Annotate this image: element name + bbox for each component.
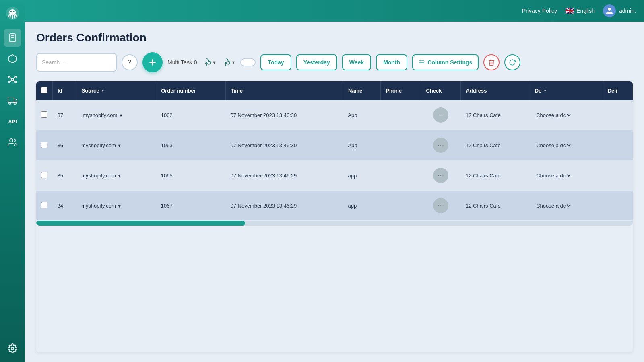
source-dropdown-icon[interactable]: ▼: [119, 113, 123, 118]
row-check: ···: [421, 160, 461, 191]
toolbar: ? Multi Task 0 ▼: [36, 52, 633, 72]
check-avatar: ···: [433, 198, 448, 213]
orders-table-container: Id Source ▼ Order number: [36, 81, 633, 352]
admin-menu[interactable]: admin:: [603, 4, 636, 17]
row-dc: Choose a dc DC1 DC2 DC3: [530, 130, 603, 160]
svg-point-21: [10, 139, 13, 142]
row-phone: [381, 130, 421, 160]
th-source[interactable]: Source ▼: [76, 81, 156, 100]
yesterday-filter-button[interactable]: Yesterday: [296, 54, 337, 70]
dc-select[interactable]: Choose a dc DC1 DC2 DC3: [535, 142, 572, 149]
help-button[interactable]: ?: [122, 54, 138, 70]
refresh-button[interactable]: [504, 54, 520, 70]
delete-button[interactable]: [483, 54, 500, 70]
add-order-button[interactable]: [142, 52, 163, 72]
privacy-policy-link[interactable]: Privacy Policy: [522, 8, 557, 14]
table-body: 37 .myshopify.com ▼ 1062 07 November 202…: [36, 100, 633, 221]
th-order-number: Order number: [156, 81, 226, 100]
row-order-number: 1065: [156, 160, 226, 191]
sidebar-item-integrations[interactable]: [4, 71, 21, 88]
check-dots: ···: [438, 172, 444, 179]
sidebar-item-orders[interactable]: [4, 29, 21, 47]
th-address-label: Address: [466, 88, 487, 94]
row-order-number: 1063: [156, 130, 226, 160]
toggle-switch[interactable]: [240, 58, 256, 66]
language-selector[interactable]: 🇬🇧 English: [565, 6, 595, 15]
sidebar-item-api[interactable]: API: [4, 113, 21, 130]
sort-icon: ▼: [101, 88, 105, 93]
row-check: ···: [421, 100, 461, 130]
sidebar-item-users[interactable]: [4, 134, 21, 151]
row-source: myshopify.com ▼: [76, 191, 156, 221]
select-all-checkbox[interactable]: [41, 87, 47, 93]
row-checkbox[interactable]: [41, 111, 47, 118]
sidebar-item-settings[interactable]: [4, 339, 21, 357]
row-dc: Choose a dc DC1 DC2 DC3: [530, 160, 603, 191]
sidebar-item-delivery[interactable]: [4, 92, 21, 109]
language-label: English: [576, 8, 595, 14]
month-filter-button[interactable]: Month: [376, 54, 407, 70]
th-time: Time: [225, 81, 343, 100]
svg-point-2: [10, 11, 12, 12]
th-deli-label: Deli: [608, 88, 617, 94]
dc-select[interactable]: Choose a dc DC1 DC2 DC3: [535, 172, 572, 179]
th-phone: Phone: [381, 81, 421, 100]
check-avatar: ···: [433, 168, 448, 183]
dc-select[interactable]: Choose a dc DC1 DC2 DC3: [535, 202, 572, 209]
api-label: API: [8, 119, 17, 125]
source-dropdown-icon[interactable]: ▼: [117, 173, 122, 178]
check-avatar: ···: [433, 107, 448, 123]
th-dc-label: Dc: [535, 88, 542, 94]
th-name-label: Name: [348, 88, 362, 94]
check-dots: ···: [438, 111, 444, 119]
column-settings-button[interactable]: Column Settings: [412, 54, 479, 70]
row-checkbox-cell: [36, 130, 53, 160]
row-id: 36: [53, 130, 76, 160]
svg-line-15: [10, 80, 12, 82]
row-id: 37: [53, 100, 76, 130]
svg-point-1: [9, 9, 16, 15]
th-id: Id: [53, 81, 76, 100]
search-input[interactable]: [42, 59, 110, 66]
th-checkbox: [36, 81, 53, 100]
th-address: Address: [461, 81, 530, 100]
svg-rect-17: [8, 97, 14, 102]
svg-line-14: [13, 77, 15, 79]
check-dots: ···: [438, 202, 444, 209]
row-deli: [603, 191, 633, 221]
main-content: Privacy Policy 🇬🇧 English admin: Orders …: [25, 0, 644, 362]
th-id-label: Id: [58, 88, 62, 94]
row-checkbox[interactable]: [41, 172, 47, 178]
source-dropdown-icon[interactable]: ▼: [117, 143, 122, 148]
row-checkbox[interactable]: [41, 142, 47, 148]
row-name: App: [343, 100, 380, 130]
row-address: 12 Chairs Cafe: [461, 130, 530, 160]
row-dc: Choose a dc DC1 DC2 DC3: [530, 100, 603, 130]
dc-select[interactable]: Choose a dc DC1 DC2 DC3: [535, 112, 572, 119]
week-filter-button[interactable]: Week: [342, 54, 371, 70]
row-source: myshopify.com ▼: [76, 130, 156, 160]
sidebar-logo: [4, 5, 21, 22]
source-dropdown-icon[interactable]: ▼: [117, 204, 122, 208]
svg-line-16: [13, 80, 15, 82]
row-address: 12 Chairs Cafe: [461, 160, 530, 191]
upload-button-2[interactable]: ▼: [221, 58, 236, 67]
top-bar: Privacy Policy 🇬🇧 English admin:: [25, 0, 644, 22]
table-scrollbar[interactable]: [36, 221, 633, 226]
th-dc: Dc ▼: [530, 81, 603, 100]
th-time-label: Time: [231, 88, 243, 94]
svg-point-20: [14, 102, 16, 104]
check-dots: ···: [438, 142, 444, 149]
dc-sort-icon: ▼: [543, 88, 547, 93]
row-name: app: [343, 160, 380, 191]
upload-button-1[interactable]: ▼: [202, 58, 217, 67]
row-source: .myshopify.com ▼: [76, 100, 156, 130]
row-checkbox-cell: [36, 191, 53, 221]
table-scrollbar-thumb: [36, 221, 245, 226]
today-filter-button[interactable]: Today: [260, 54, 291, 70]
row-id: 34: [53, 191, 76, 221]
table-header-row: Id Source ▼ Order number: [36, 81, 633, 100]
svg-line-13: [10, 77, 12, 79]
sidebar-item-products[interactable]: [4, 50, 21, 68]
row-checkbox[interactable]: [41, 202, 47, 208]
